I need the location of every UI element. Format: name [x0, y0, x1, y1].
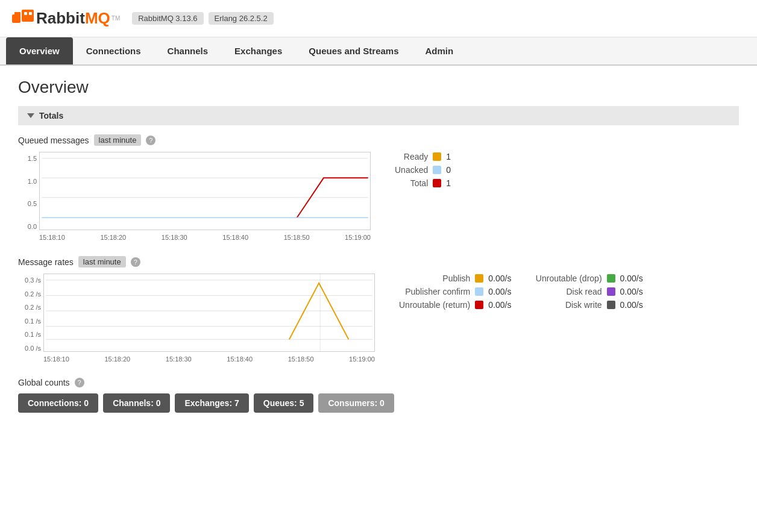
message-rates-text: Message rates: [18, 257, 74, 267]
legend-unacked-value: 0: [446, 165, 470, 175]
legend-disk-read-value: 0.00/s: [620, 287, 644, 296]
totals-section: Totals Queued messages last minute ? 1.5…: [18, 106, 739, 413]
legend-disk-write-label: Disk write: [530, 300, 602, 310]
queues-count-button[interactable]: Queues: 5: [254, 393, 314, 413]
message-rates-chart-area: 15:18:10 15:18:20 15:18:30 15:18:40 15:1…: [43, 274, 375, 363]
legend-disk-write: Disk write 0.00/s: [530, 300, 644, 310]
message-rates-svg: [43, 274, 375, 352]
queued-messages-chart-wrapper: 1.5 1.0 0.5 0.0: [18, 152, 371, 241]
message-rates-label: Message rates last minute ?: [18, 256, 739, 268]
legend-publish-value: 0.00/s: [488, 274, 512, 283]
erlang-version-badge: Erlang 26.2.5.2: [209, 12, 274, 25]
legend-unacked: Unacked 0: [395, 165, 470, 175]
y-rate-label-4: 0.1 /s: [18, 331, 41, 338]
rates-x-label-1: 15:18:20: [104, 355, 130, 363]
nav-item-connections[interactable]: Connections: [73, 37, 154, 64]
legend-ready: Ready 1: [395, 152, 470, 161]
nav-item-queues[interactable]: Queues and Streams: [295, 37, 412, 64]
legend-unroutable-return: Unroutable (return) 0.00/s: [399, 300, 512, 310]
y-rate-label-5: 0.0 /s: [18, 345, 41, 352]
logo-mq-text: MQ: [85, 9, 110, 28]
x-label-3: 15:18:40: [222, 234, 248, 241]
legend-disk-read-color: [607, 287, 615, 296]
y-label-0.0: 0.0: [18, 223, 37, 230]
queued-messages-help-icon[interactable]: ?: [146, 136, 155, 145]
legend-unroutable-return-value: 0.00/s: [488, 300, 512, 310]
legend-total-label: Total: [395, 178, 428, 188]
svg-rect-4: [29, 12, 32, 15]
global-counts-label: Global counts ?: [18, 378, 739, 387]
legend-publish-label: Publish: [399, 274, 470, 283]
y-rate-label-3: 0.1 /s: [18, 318, 41, 325]
x-label-0: 15:18:10: [39, 234, 65, 241]
legend-disk-read: Disk read 0.00/s: [530, 287, 644, 296]
message-rates-time-badge[interactable]: last minute: [78, 256, 126, 268]
global-counts-text: Global counts: [18, 378, 70, 387]
legend-unroutable-drop-value: 0.00/s: [620, 274, 644, 283]
main-nav: Overview Connections Channels Exchanges …: [0, 37, 757, 66]
legend-unroutable-return-label: Unroutable (return): [399, 300, 470, 310]
legend-total-value: 1: [446, 178, 470, 188]
queued-messages-svg: [39, 152, 371, 230]
legend-ready-color: [433, 152, 441, 161]
connections-count-button[interactable]: Connections: 0: [18, 393, 98, 413]
svg-rect-1: [14, 12, 20, 18]
legend-publisher-confirm-color: [475, 287, 483, 296]
rates-x-label-2: 15:18:30: [166, 355, 192, 363]
svg-rect-3: [24, 12, 27, 15]
channels-count-button[interactable]: Channels: 0: [103, 393, 170, 413]
message-rates-chart-container: 0.3 /s 0.2 /s 0.2 /s 0.1 /s 0.1 /s 0.0 /…: [18, 274, 739, 363]
rabbitmq-version-badge: RabbitMQ 3.13.6: [132, 12, 203, 25]
queued-messages-legend: Ready 1 Unacked 0 Total 1: [395, 152, 470, 188]
x-label-2: 15:18:30: [162, 234, 187, 241]
logo: Rabbit MQ TM: [12, 9, 120, 28]
legend-publish-color: [475, 274, 483, 283]
y-label-0.5: 0.5: [18, 200, 37, 207]
svg-rect-2: [22, 10, 34, 22]
legend-ready-value: 1: [446, 152, 470, 161]
y-label-1.0: 1.0: [18, 178, 37, 185]
queued-messages-section: Queued messages last minute ? 1.5 1.0 0.…: [18, 134, 739, 241]
legend-publisher-confirm-label: Publisher confirm: [399, 287, 470, 296]
queued-messages-time-badge[interactable]: last minute: [94, 134, 142, 146]
message-rates-chart-wrapper: 0.3 /s 0.2 /s 0.2 /s 0.1 /s 0.1 /s 0.0 /…: [18, 274, 375, 363]
header: Rabbit MQ TM RabbitMQ 3.13.6 Erlang 26.2…: [0, 0, 757, 37]
legend-ready-label: Ready: [395, 152, 428, 161]
x-label-1: 15:18:20: [100, 234, 126, 241]
legend-disk-read-label: Disk read: [530, 287, 602, 296]
legend-total-color: [433, 179, 441, 187]
y-rate-label-0: 0.3 /s: [18, 277, 41, 284]
legend-unroutable-drop-label: Unroutable (drop): [530, 274, 602, 283]
message-rates-legend: Publish 0.00/s Unroutable (drop) 0.00/s …: [399, 274, 644, 310]
nav-item-admin[interactable]: Admin: [412, 37, 467, 64]
x-label-4: 15:18:50: [284, 234, 310, 241]
nav-item-exchanges[interactable]: Exchanges: [221, 37, 295, 64]
message-rates-help-icon[interactable]: ?: [131, 257, 140, 267]
nav-item-overview[interactable]: Overview: [6, 37, 73, 64]
x-label-5: 15:19:00: [345, 234, 371, 241]
legend-publish: Publish 0.00/s: [399, 274, 512, 283]
rates-x-label-4: 15:18:50: [288, 355, 314, 363]
totals-label: Totals: [39, 111, 63, 120]
rates-x-label-5: 15:19:00: [349, 355, 375, 363]
nav-item-channels[interactable]: Channels: [154, 37, 222, 64]
rabbitmq-logo-icon: [12, 10, 34, 28]
legend-publisher-confirm: Publisher confirm 0.00/s: [399, 287, 512, 296]
legend-unacked-color: [433, 166, 441, 174]
legend-unacked-label: Unacked: [395, 165, 428, 175]
legend-publisher-confirm-value: 0.00/s: [488, 287, 512, 296]
y-rate-label-1: 0.2 /s: [18, 290, 41, 298]
message-rates-x-axis: 15:18:10 15:18:20 15:18:30 15:18:40 15:1…: [43, 354, 375, 363]
y-label-1.5: 1.5: [18, 155, 37, 162]
totals-header: Totals: [18, 106, 739, 125]
legend-unroutable-drop: Unroutable (drop) 0.00/s: [530, 274, 644, 283]
page-title: Overview: [18, 78, 739, 97]
consumers-count-button[interactable]: Consumers: 0: [318, 393, 394, 413]
legend-total: Total 1: [395, 178, 470, 188]
exchanges-count-button[interactable]: Exchanges: 7: [175, 393, 248, 413]
logo-tm-text: TM: [112, 15, 120, 22]
collapse-triangle-icon[interactable]: [27, 113, 34, 118]
global-counts-help-icon[interactable]: ?: [75, 378, 84, 387]
queued-messages-chart-container: 1.5 1.0 0.5 0.0: [18, 152, 739, 241]
rates-x-label-0: 15:18:10: [43, 355, 69, 363]
